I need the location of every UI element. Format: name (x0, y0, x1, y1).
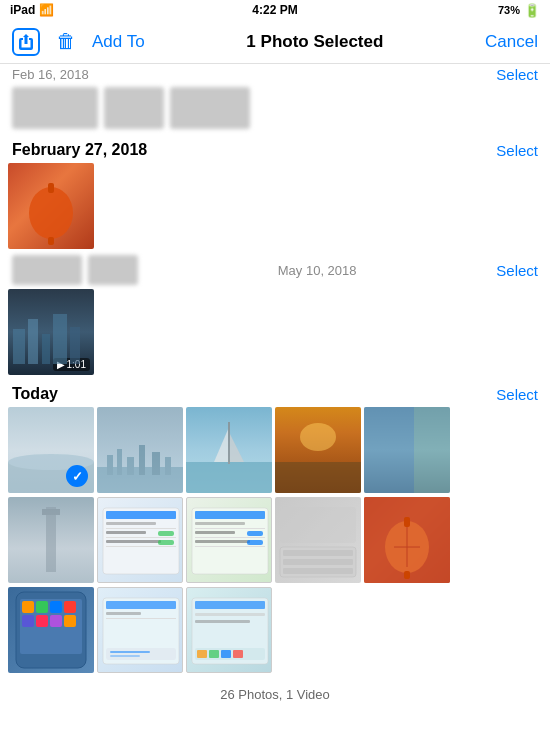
svg-rect-74 (110, 651, 150, 653)
svg-rect-55 (404, 517, 410, 527)
toolbar: 🗑 Add To 1 Photo Selected Cancel (0, 20, 550, 64)
photo-city-night[interactable]: ▶ 1:01 (8, 289, 94, 375)
svg-rect-42 (195, 531, 235, 534)
svg-rect-5 (42, 334, 50, 364)
svg-rect-25 (414, 407, 450, 493)
date-row-may10: May 10, 2018 Select (0, 253, 550, 289)
svg-rect-47 (247, 540, 263, 545)
svg-rect-50 (283, 559, 353, 565)
svg-rect-64 (64, 601, 76, 613)
photo-sailboat[interactable] (186, 407, 272, 493)
svg-rect-2 (48, 237, 54, 245)
svg-rect-49 (283, 550, 353, 556)
photo-grid-today-row2 (0, 497, 550, 587)
svg-rect-79 (195, 620, 250, 623)
svg-rect-4 (28, 319, 38, 364)
svg-rect-12 (117, 449, 122, 475)
photo-ui1[interactable] (97, 497, 183, 583)
device-label: iPad (10, 3, 35, 17)
photo-ui4[interactable] (186, 587, 272, 673)
photo-lantern2[interactable] (364, 497, 450, 583)
svg-rect-61 (22, 601, 34, 613)
svg-rect-71 (106, 612, 141, 615)
photo-grid-today-row1: ✓ (0, 407, 550, 497)
status-left: iPad 📶 (10, 3, 54, 17)
toolbar-left: 🗑 Add To (12, 28, 145, 56)
svg-rect-14 (139, 445, 145, 475)
svg-rect-56 (404, 571, 410, 579)
svg-rect-84 (233, 650, 243, 658)
selected-checkmark: ✓ (66, 465, 88, 487)
section-row-today: Today Select (0, 379, 550, 407)
blur-may-1 (12, 255, 82, 285)
section-label-feb27: February 27, 2018 (12, 141, 147, 159)
svg-rect-31 (106, 528, 176, 529)
svg-rect-23 (275, 462, 361, 493)
scroll-content[interactable]: Feb 16, 2018 Select February 27, 2018 Se… (0, 64, 550, 733)
photo-sunset[interactable] (275, 407, 361, 493)
svg-rect-81 (197, 650, 207, 658)
blur-thumb-3 (170, 87, 250, 129)
svg-rect-44 (195, 540, 250, 543)
photo-grid-may10: ▶ 1:01 (0, 289, 550, 379)
svg-rect-73 (106, 648, 176, 660)
svg-rect-30 (106, 522, 156, 525)
svg-rect-66 (36, 615, 48, 627)
svg-rect-75 (110, 655, 140, 657)
svg-rect-70 (106, 601, 176, 609)
blur-may-2 (88, 255, 138, 285)
svg-rect-26 (46, 507, 56, 572)
svg-rect-33 (106, 537, 176, 538)
select-btn-feb27[interactable]: Select (496, 142, 538, 159)
svg-rect-62 (36, 601, 48, 613)
select-btn-today[interactable]: Select (496, 386, 538, 403)
select-btn-may10[interactable]: Select (496, 262, 538, 279)
photo-coastal[interactable] (364, 407, 450, 493)
cancel-button[interactable]: Cancel (485, 32, 538, 52)
svg-rect-77 (195, 601, 265, 609)
status-bar: iPad 📶 4:22 PM 73% 🔋 (0, 0, 550, 20)
battery-label: 73% (498, 4, 520, 16)
svg-rect-63 (50, 601, 62, 613)
svg-rect-37 (158, 540, 174, 545)
photo-fog-selected[interactable]: ✓ (8, 407, 94, 493)
photo-foggy-tower[interactable] (8, 497, 94, 583)
photo-ipad-home[interactable] (8, 587, 94, 673)
svg-rect-7 (70, 327, 80, 364)
blurred-row-feb16 (0, 87, 550, 135)
svg-rect-52 (280, 507, 356, 543)
svg-rect-41 (195, 528, 265, 529)
photo-lantern-feb27[interactable] (8, 163, 94, 249)
trash-button[interactable]: 🗑 (56, 30, 76, 53)
svg-point-0 (29, 187, 73, 239)
svg-rect-78 (195, 613, 265, 616)
toolbar-title: 1 Photo Selected (246, 32, 383, 52)
photo-grid-today-row3 (0, 587, 550, 677)
svg-rect-45 (195, 546, 265, 547)
svg-rect-34 (106, 540, 161, 543)
share-button[interactable] (12, 28, 40, 56)
svg-rect-51 (283, 568, 353, 574)
photo-grid-feb27 (0, 163, 550, 253)
blur-thumb-2 (104, 87, 164, 129)
svg-rect-32 (106, 531, 146, 534)
status-time: 4:22 PM (252, 3, 297, 17)
svg-rect-17 (186, 462, 272, 493)
date-may10: May 10, 2018 (278, 263, 357, 278)
svg-rect-35 (106, 546, 176, 547)
svg-rect-13 (127, 457, 134, 475)
svg-marker-19 (229, 432, 244, 462)
svg-rect-11 (107, 455, 113, 475)
select-btn-feb16[interactable]: Select (496, 66, 538, 83)
svg-rect-46 (247, 531, 263, 536)
svg-rect-36 (158, 531, 174, 536)
photo-keyboard[interactable] (275, 497, 361, 583)
photo-ui3[interactable] (97, 587, 183, 673)
photo-fog-city[interactable] (97, 407, 183, 493)
photo-ui2[interactable] (186, 497, 272, 583)
svg-rect-29 (106, 511, 176, 519)
svg-rect-3 (13, 329, 25, 364)
add-to-button[interactable]: Add To (92, 32, 145, 52)
svg-rect-67 (50, 615, 62, 627)
wifi-icon: 📶 (39, 3, 54, 17)
